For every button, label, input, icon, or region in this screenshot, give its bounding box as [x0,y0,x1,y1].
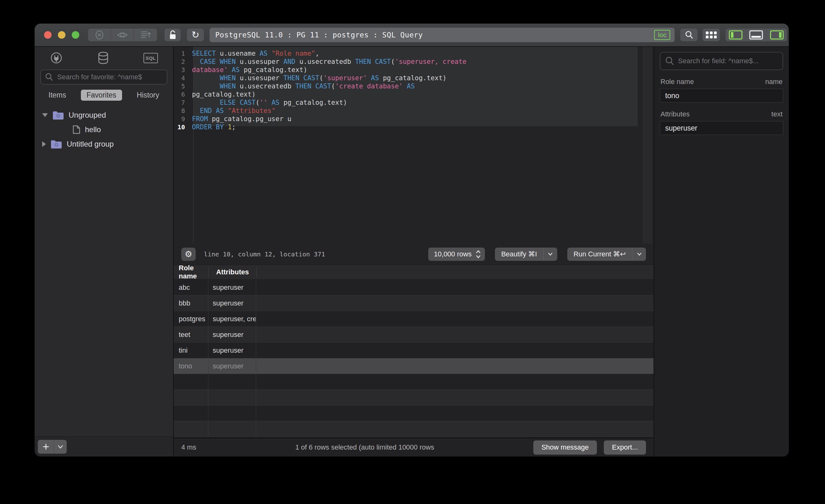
field-search-input[interactable] [677,57,778,65]
table-row[interactable]: teetsuperuser [174,327,654,343]
code-line[interactable]: 9FROM pg_catalog.pg_user u [174,115,654,123]
table-row[interactable]: tinisuperuser [174,343,654,358]
add-favorite-menu-button[interactable] [54,440,67,454]
field-value[interactable]: superuser [660,121,783,135]
close-button[interactable] [44,31,52,39]
cursor-position-status: line 10, column 12, location 371 [204,250,325,258]
favorite-search-input[interactable] [57,73,163,81]
table-cell[interactable]: superuser [208,295,256,311]
add-favorite-button[interactable] [38,440,54,454]
grid-view-button[interactable] [702,28,720,41]
tree-group-label: Ungrouped [69,111,106,120]
preview-button[interactable] [111,28,134,41]
field-value[interactable]: tono [660,89,783,102]
code-line[interactable]: 3database' AS pg_catalog.text) [174,66,654,74]
panel-toggle-group [726,28,787,41]
table-cell[interactable]: superuser [208,358,256,374]
export-button[interactable]: Export... [604,440,646,455]
table-cell[interactable]: superuser [208,343,256,358]
zoom-button[interactable] [72,31,79,39]
beautify-button[interactable]: Beautify ⌘I [495,247,543,261]
field-type: text [771,110,782,118]
table-cell-filler [256,406,654,421]
code-text: ORDER BY 1; [189,123,236,131]
beautify-menu-button[interactable] [543,247,557,261]
toggle-bottom-panel-button[interactable] [746,28,766,41]
code-line[interactable]: 10ORDER BY 1; [174,123,654,131]
tree-group-row[interactable]: Untitled group [34,137,173,151]
beautify-split-button: Beautify ⌘I [495,247,557,261]
code-line[interactable]: 2 CASE WHEN u.usesuper AND u.usecreatedb… [174,58,654,66]
toggle-left-panel-button[interactable] [726,28,746,41]
field-search-field[interactable] [660,52,783,70]
tab-items[interactable]: Items [44,90,71,101]
table-cell[interactable]: tono [174,358,208,374]
code-line[interactable]: 6pg_catalog.text) [174,90,654,98]
column-header-role-name[interactable]: Role name [174,264,208,280]
toolbar-search-button[interactable] [680,28,697,41]
connection-plug-icon[interactable] [50,51,63,65]
lock-button[interactable] [164,28,180,41]
table-row[interactable]: abcsuperuser [174,280,654,295]
favorite-search-field[interactable] [40,70,167,85]
disclosure-triangle-right-icon[interactable] [42,141,46,147]
table-cell-filler [256,421,654,437]
left-panel-icon [729,30,743,40]
table-cell [208,421,256,437]
sidebar-view-switcher: SQL [34,47,173,66]
code-line[interactable]: 4 WHEN u.usesuper THEN CAST('superuser' … [174,74,654,82]
table-row[interactable]: postgressuperuser, crea… [174,311,654,327]
code-text: pg_catalog.text) [189,91,255,98]
disclosure-triangle-down-icon[interactable] [42,113,48,117]
sql-query-icon[interactable]: SQL [144,53,158,63]
line-number: 4 [174,74,189,82]
field-label: Role name [661,78,694,86]
table-row-empty [174,421,654,437]
table-row[interactable]: tonosuperuser [174,358,654,374]
database-icon[interactable] [97,51,109,65]
document-icon [72,125,81,134]
table-row-empty [174,374,654,390]
code-line[interactable]: 8 END AS "Attributes" [174,106,654,115]
minimize-button[interactable] [58,31,65,39]
eye-icon [117,30,128,40]
column-separator[interactable] [256,267,257,278]
code-line[interactable]: 1SELECT u.usename AS "Role name", [174,49,654,58]
editor-statusbar: ⚙ line 10, column 12, location 371 10,00… [174,243,654,265]
cancel-query-button[interactable] [88,28,111,41]
table-row[interactable]: bbbsuperuser [174,295,654,311]
code-line[interactable]: 5 WHEN u.usecreatedb THEN CAST('create d… [174,82,654,90]
line-number: 6 [174,91,189,98]
refresh-button[interactable]: ↻ [187,28,204,41]
sql-editor[interactable]: 1SELECT u.usename AS "Role name",2 CASE … [174,47,654,243]
toggle-right-panel-button[interactable] [766,28,787,41]
export-rows-button[interactable] [134,28,157,41]
table-cell[interactable]: superuser [208,327,256,342]
editor-settings-button[interactable]: ⚙ [181,247,196,261]
window-title: PostgreSQL 11.0 : PG 11 : postgres : SQL… [215,31,423,39]
row-limit-stepper[interactable]: 10,000 rows [428,247,485,261]
table-cell[interactable]: tini [174,343,208,358]
code-line[interactable]: 7 ELSE CAST('' AS pg_catalog.text) [174,98,654,106]
tree-item-row[interactable]: hello [34,122,173,137]
run-menu-button[interactable] [632,247,646,261]
unlocked-padlock-icon [168,30,177,40]
loc-badge: loc [654,30,670,40]
column-header-attributes[interactable]: Attributes [209,268,256,276]
row-limit-value: 10,000 rows [434,250,472,258]
table-cell[interactable]: postgres [174,311,208,327]
refresh-icon: ↻ [191,30,199,40]
show-message-button[interactable]: Show message [533,440,597,455]
run-current-button[interactable]: Run Current ⌘↩ [567,247,632,261]
table-cell[interactable]: superuser [208,280,256,295]
tree-group-row[interactable]: Ungrouped [34,108,173,122]
table-row-empty [174,390,654,406]
table-cell[interactable]: abc [174,280,208,295]
tab-favorites[interactable]: Favorites [81,90,122,101]
table-cell[interactable]: superuser, crea… [208,311,256,327]
table-cell [208,406,256,421]
table-cell[interactable]: bbb [174,295,208,311]
code-text: WHEN u.usesuper THEN CAST('superuser' AS… [189,74,446,82]
table-cell[interactable]: teet [174,327,208,342]
tab-history[interactable]: History [132,90,164,101]
